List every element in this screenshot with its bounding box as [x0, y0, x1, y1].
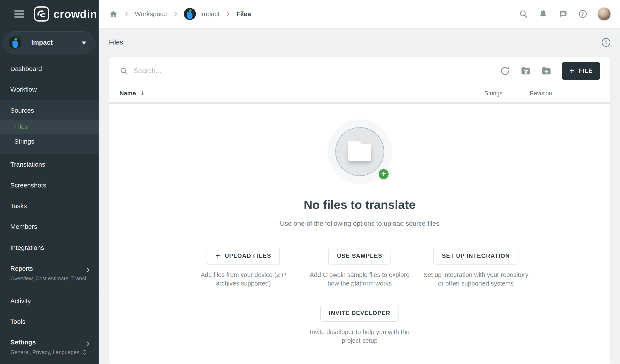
info-icon[interactable]: i	[602, 38, 610, 47]
project-avatar	[9, 36, 21, 49]
set-up-integration-button[interactable]: SET UP INTEGRATION	[433, 248, 519, 264]
sidebar-item-strings[interactable]: Strings	[0, 134, 99, 149]
sidebar-item-sources[interactable]: Sources	[0, 102, 99, 119]
search-icon[interactable]	[518, 9, 528, 19]
breadcrumb-project[interactable]: Impact	[200, 10, 219, 18]
breadcrumb-workspace[interactable]: Workspace	[135, 10, 167, 18]
sidebar-item-screenshots[interactable]: Screenshots	[0, 175, 99, 195]
invite-developer-section: INVITE DEVELOPER Invite developer to hel…	[309, 305, 410, 345]
invite-developer-button[interactable]: INVITE DEVELOPER	[320, 305, 399, 322]
table-header-divider	[109, 102, 610, 104]
sort-descending-icon	[139, 90, 146, 97]
plus-icon: +	[569, 66, 574, 75]
user-avatar[interactable]	[597, 7, 611, 21]
chevron-down-icon	[82, 42, 86, 44]
main-content: Files i + FIL	[99, 28, 620, 364]
empty-state: + No files to translate Use one of the f…	[109, 104, 610, 364]
chevron-right-icon	[85, 340, 91, 347]
crowdin-logo-icon	[33, 6, 50, 22]
sidebar-item-dashboard[interactable]: Dashboard	[0, 59, 99, 79]
chevron-right-icon	[85, 267, 91, 274]
page-title: Files	[109, 39, 123, 46]
column-header-strings: Strings	[484, 90, 502, 97]
empty-folder-illustration: +	[327, 119, 392, 184]
sidebar-item-members[interactable]: Members	[0, 216, 99, 237]
add-file-button[interactable]: + FILE	[562, 62, 600, 80]
messages-chat-icon[interactable]	[558, 9, 568, 19]
sidebar-item-settings[interactable]: Settings General, Privacy, Languages, Q…	[0, 332, 99, 364]
project-avatar	[184, 8, 196, 20]
upload-files-option: + UPLOAD FILES Add files from your devic…	[185, 248, 302, 288]
breadcrumb-current: Files	[236, 10, 251, 18]
empty-state-title: No files to translate	[304, 198, 416, 212]
sidebar-item-tools[interactable]: Tools	[0, 311, 99, 332]
column-header-revision: Revision	[529, 90, 552, 97]
hamburger-menu-icon[interactable]	[14, 10, 24, 18]
refresh-icon[interactable]	[499, 65, 511, 76]
upload-files-caption: Add files from your device (ZIP archives…	[190, 270, 297, 288]
chevron-right-icon	[123, 10, 130, 18]
sidebar-section-sources: Sources Files Strings	[0, 100, 99, 154]
sidebar-item-workflow[interactable]: Workflow	[0, 79, 99, 100]
sidebar-item-activity[interactable]: Activity	[0, 291, 99, 311]
top-bar: crowdin Workspace Impact Files	[0, 0, 620, 28]
sidebar: Impact Dashboard Workflow Sources Files …	[0, 28, 99, 364]
search-icon	[120, 67, 128, 75]
files-toolbar: + FILE	[109, 57, 610, 85]
project-switcher[interactable]: Impact	[3, 31, 95, 54]
sidebar-item-translations[interactable]: Translations	[0, 154, 99, 175]
folder-icon	[348, 144, 371, 161]
breadcrumb: Workspace Impact Files	[109, 8, 251, 20]
top-bar-brand-area: crowdin	[0, 0, 99, 28]
project-name: Impact	[31, 39, 53, 46]
upload-options: + UPLOAD FILES Add files from your devic…	[185, 248, 534, 288]
files-card: + FILE Name Strings Revision	[109, 57, 610, 364]
upload-files-button[interactable]: + UPLOAD FILES	[207, 248, 280, 264]
chevron-right-icon	[172, 10, 179, 18]
plus-icon: +	[216, 252, 220, 260]
search-bar	[120, 67, 490, 75]
sidebar-item-reports[interactable]: Reports Overview, Cost estimate, Transl…	[0, 258, 99, 290]
crowdin-logo[interactable]: crowdin	[33, 6, 97, 22]
set-up-integration-option: SET UP INTEGRATION Set up integration wi…	[418, 248, 534, 288]
empty-state-subtitle: Use one of the following options to uplo…	[280, 220, 439, 228]
add-files-plus-badge[interactable]: +	[379, 169, 388, 179]
svg-text:?: ?	[581, 11, 584, 17]
crowdin-logo-text: crowdin	[53, 8, 97, 20]
sidebar-nav: Dashboard Workflow Sources Files Strings…	[0, 59, 99, 364]
search-input[interactable]	[134, 67, 327, 75]
folder-plus-icon[interactable]	[541, 65, 552, 76]
notifications-bell-icon[interactable]	[538, 9, 548, 19]
page-header: Files i	[99, 28, 620, 57]
set-up-integration-caption: Set up integration with your repository …	[422, 270, 530, 288]
top-bar-main: Workspace Impact Files ?	[99, 0, 620, 28]
dashed-circle	[335, 127, 384, 176]
use-samples-option: USE SAMPLES Add Crowdin sample files to …	[302, 248, 418, 288]
invite-developer-caption: Invite developer to help you with the pr…	[309, 328, 410, 345]
table-header: Name Strings Revision	[109, 85, 610, 102]
home-icon[interactable]	[109, 9, 118, 18]
folder-branch-icon[interactable]	[520, 65, 531, 76]
sidebar-item-tasks[interactable]: Tasks	[0, 195, 99, 216]
use-samples-caption: Add Crowdin sample files to explore how …	[306, 270, 414, 288]
chevron-right-icon	[224, 10, 232, 18]
help-icon[interactable]: ?	[578, 9, 588, 19]
use-samples-button[interactable]: USE SAMPLES	[328, 248, 391, 264]
top-bar-actions: ?	[509, 7, 611, 21]
sidebar-item-files[interactable]: Files	[0, 119, 99, 134]
column-header-name[interactable]: Name	[120, 90, 146, 97]
sidebar-item-integrations[interactable]: Integrations	[0, 237, 99, 258]
